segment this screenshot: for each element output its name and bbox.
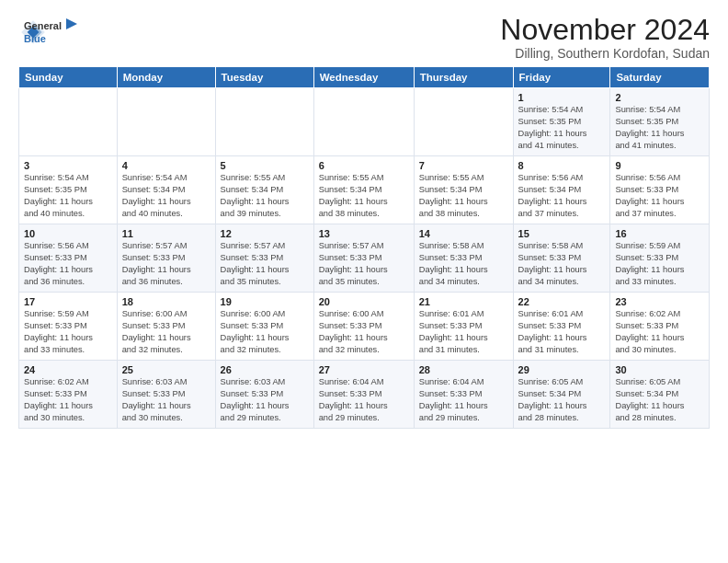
day-number: 26 xyxy=(221,364,309,375)
day-number: 17 xyxy=(24,296,112,307)
calendar: SundayMondayTuesdayWednesdayThursdayFrid… xyxy=(18,66,710,429)
calendar-cell: 14Sunrise: 5:58 AMSunset: 5:33 PMDayligh… xyxy=(414,224,513,293)
calendar-cell: 3Sunrise: 5:54 AMSunset: 5:35 PMDaylight… xyxy=(19,156,118,224)
day-number: 25 xyxy=(122,364,210,375)
calendar-cell: 11Sunrise: 5:57 AMSunset: 5:33 PMDayligh… xyxy=(117,224,215,293)
day-number: 28 xyxy=(419,364,508,375)
calendar-cell: 23Sunrise: 6:02 AMSunset: 5:33 PMDayligh… xyxy=(610,293,710,361)
day-info: Sunrise: 6:01 AMSunset: 5:33 PMDaylight:… xyxy=(518,308,606,356)
day-number: 24 xyxy=(24,364,112,375)
calendar-cell: 15Sunrise: 5:58 AMSunset: 5:33 PMDayligh… xyxy=(513,224,610,293)
weekday-header-sunday: Sunday xyxy=(19,67,118,88)
calendar-cell: 6Sunrise: 5:55 AMSunset: 5:34 PMDaylight… xyxy=(313,156,414,224)
day-info: Sunrise: 5:57 AMSunset: 5:33 PMDaylight:… xyxy=(122,240,210,288)
day-number: 9 xyxy=(615,160,704,171)
calendar-cell: 7Sunrise: 5:55 AMSunset: 5:34 PMDaylight… xyxy=(414,156,513,224)
weekday-header-friday: Friday xyxy=(513,67,610,88)
day-info: Sunrise: 5:59 AMSunset: 5:33 PMDaylight:… xyxy=(24,308,112,356)
day-number: 27 xyxy=(319,364,409,375)
day-info: Sunrise: 5:56 AMSunset: 5:34 PMDaylight:… xyxy=(518,172,606,220)
day-info: Sunrise: 6:05 AMSunset: 5:34 PMDaylight:… xyxy=(518,376,606,424)
day-number: 15 xyxy=(518,228,606,239)
header: General Blue November 2024 Dilling, Sout… xyxy=(18,15,710,61)
calendar-cell: 9Sunrise: 5:56 AMSunset: 5:33 PMDaylight… xyxy=(610,156,710,224)
day-info: Sunrise: 5:54 AMSunset: 5:34 PMDaylight:… xyxy=(122,172,210,220)
calendar-cell: 5Sunrise: 5:55 AMSunset: 5:34 PMDaylight… xyxy=(215,156,313,224)
calendar-cell: 2Sunrise: 5:54 AMSunset: 5:35 PMDaylight… xyxy=(610,88,710,156)
day-number: 18 xyxy=(122,296,210,307)
calendar-cell xyxy=(313,88,414,156)
day-number: 3 xyxy=(24,160,112,171)
svg-text:General: General xyxy=(24,20,62,31)
day-number: 2 xyxy=(615,92,704,103)
calendar-week-row: 10Sunrise: 5:56 AMSunset: 5:33 PMDayligh… xyxy=(19,224,710,293)
logo: General Blue xyxy=(18,15,79,50)
calendar-cell: 4Sunrise: 5:54 AMSunset: 5:34 PMDaylight… xyxy=(117,156,215,224)
calendar-cell: 19Sunrise: 6:00 AMSunset: 5:33 PMDayligh… xyxy=(215,293,313,361)
day-info: Sunrise: 6:04 AMSunset: 5:33 PMDaylight:… xyxy=(319,376,409,424)
day-info: Sunrise: 6:00 AMSunset: 5:33 PMDaylight:… xyxy=(319,308,409,356)
logo-svg: General Blue xyxy=(24,17,79,50)
calendar-cell: 28Sunrise: 6:04 AMSunset: 5:33 PMDayligh… xyxy=(414,361,513,429)
calendar-cell xyxy=(19,88,118,156)
day-number: 20 xyxy=(319,296,409,307)
calendar-cell xyxy=(215,88,313,156)
day-number: 4 xyxy=(122,160,210,171)
calendar-week-row: 1Sunrise: 5:54 AMSunset: 5:35 PMDaylight… xyxy=(19,88,710,156)
day-info: Sunrise: 5:54 AMSunset: 5:35 PMDaylight:… xyxy=(615,104,704,152)
day-number: 22 xyxy=(518,296,606,307)
day-number: 12 xyxy=(221,228,309,239)
day-number: 13 xyxy=(319,228,409,239)
calendar-cell: 18Sunrise: 6:00 AMSunset: 5:33 PMDayligh… xyxy=(117,293,215,361)
day-info: Sunrise: 5:57 AMSunset: 5:33 PMDaylight:… xyxy=(221,240,309,288)
calendar-cell: 16Sunrise: 5:59 AMSunset: 5:33 PMDayligh… xyxy=(610,224,710,293)
day-number: 21 xyxy=(419,296,508,307)
calendar-cell: 25Sunrise: 6:03 AMSunset: 5:33 PMDayligh… xyxy=(117,361,215,429)
calendar-cell: 22Sunrise: 6:01 AMSunset: 5:33 PMDayligh… xyxy=(513,293,610,361)
calendar-cell: 1Sunrise: 5:54 AMSunset: 5:35 PMDaylight… xyxy=(513,88,610,156)
day-number: 14 xyxy=(419,228,508,239)
subtitle: Dilling, Southern Kordofan, Sudan xyxy=(500,46,710,61)
calendar-week-row: 24Sunrise: 6:02 AMSunset: 5:33 PMDayligh… xyxy=(19,361,710,429)
calendar-cell xyxy=(117,88,215,156)
day-info: Sunrise: 6:00 AMSunset: 5:33 PMDaylight:… xyxy=(221,308,309,356)
title-block: November 2024 Dilling, Southern Kordofan… xyxy=(500,15,710,61)
calendar-cell: 27Sunrise: 6:04 AMSunset: 5:33 PMDayligh… xyxy=(313,361,414,429)
day-info: Sunrise: 5:55 AMSunset: 5:34 PMDaylight:… xyxy=(419,172,508,220)
day-number: 30 xyxy=(615,364,704,375)
calendar-week-row: 3Sunrise: 5:54 AMSunset: 5:35 PMDaylight… xyxy=(19,156,710,224)
weekday-header-monday: Monday xyxy=(117,67,215,88)
calendar-cell: 20Sunrise: 6:00 AMSunset: 5:33 PMDayligh… xyxy=(313,293,414,361)
calendar-cell: 30Sunrise: 6:05 AMSunset: 5:34 PMDayligh… xyxy=(610,361,710,429)
month-title: November 2024 xyxy=(500,15,710,44)
day-number: 11 xyxy=(122,228,210,239)
day-number: 6 xyxy=(319,160,409,171)
day-info: Sunrise: 5:54 AMSunset: 5:35 PMDaylight:… xyxy=(518,104,606,152)
calendar-header-row: SundayMondayTuesdayWednesdayThursdayFrid… xyxy=(19,67,710,88)
day-info: Sunrise: 5:56 AMSunset: 5:33 PMDaylight:… xyxy=(24,240,112,288)
day-info: Sunrise: 5:58 AMSunset: 5:33 PMDaylight:… xyxy=(419,240,508,288)
day-info: Sunrise: 5:59 AMSunset: 5:33 PMDaylight:… xyxy=(615,240,704,288)
day-number: 7 xyxy=(419,160,508,171)
day-info: Sunrise: 5:55 AMSunset: 5:34 PMDaylight:… xyxy=(319,172,409,220)
calendar-cell: 13Sunrise: 5:57 AMSunset: 5:33 PMDayligh… xyxy=(313,224,414,293)
day-info: Sunrise: 5:55 AMSunset: 5:34 PMDaylight:… xyxy=(221,172,309,220)
calendar-cell xyxy=(414,88,513,156)
weekday-header-tuesday: Tuesday xyxy=(215,67,313,88)
day-info: Sunrise: 6:02 AMSunset: 5:33 PMDaylight:… xyxy=(24,376,112,424)
day-number: 5 xyxy=(221,160,309,171)
weekday-header-wednesday: Wednesday xyxy=(313,67,414,88)
weekday-header-saturday: Saturday xyxy=(610,67,710,88)
calendar-body: 1Sunrise: 5:54 AMSunset: 5:35 PMDaylight… xyxy=(19,88,710,429)
day-number: 29 xyxy=(518,364,606,375)
day-number: 1 xyxy=(518,92,606,103)
calendar-cell: 24Sunrise: 6:02 AMSunset: 5:33 PMDayligh… xyxy=(19,361,118,429)
day-info: Sunrise: 6:03 AMSunset: 5:33 PMDaylight:… xyxy=(221,376,309,424)
day-info: Sunrise: 6:02 AMSunset: 5:33 PMDaylight:… xyxy=(615,308,704,356)
day-info: Sunrise: 6:04 AMSunset: 5:33 PMDaylight:… xyxy=(419,376,508,424)
calendar-cell: 29Sunrise: 6:05 AMSunset: 5:34 PMDayligh… xyxy=(513,361,610,429)
day-info: Sunrise: 5:58 AMSunset: 5:33 PMDaylight:… xyxy=(518,240,606,288)
calendar-cell: 10Sunrise: 5:56 AMSunset: 5:33 PMDayligh… xyxy=(19,224,118,293)
calendar-cell: 17Sunrise: 5:59 AMSunset: 5:33 PMDayligh… xyxy=(19,293,118,361)
calendar-cell: 21Sunrise: 6:01 AMSunset: 5:33 PMDayligh… xyxy=(414,293,513,361)
